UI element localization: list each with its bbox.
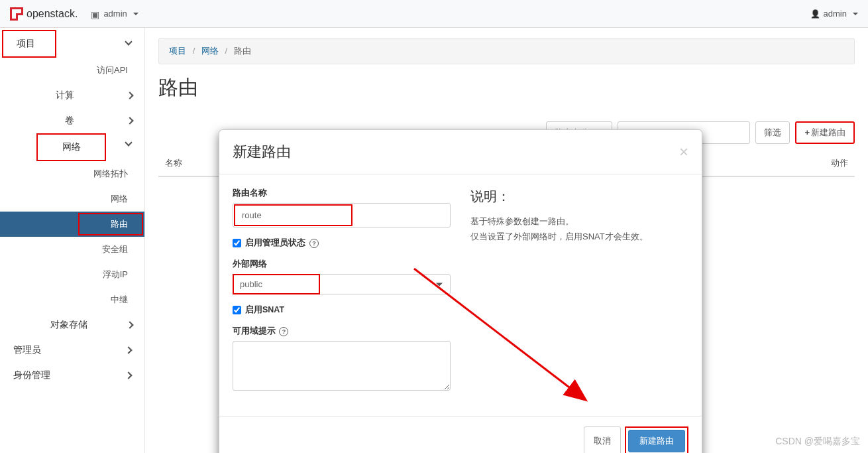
cubes-icon xyxy=(91,9,100,19)
chevron-right-icon xyxy=(125,371,132,379)
sidebar-label: 对象存储 xyxy=(50,319,87,331)
create-router-button[interactable]: +新建路由 xyxy=(795,121,855,144)
create-router-modal: 新建路由 × 路由名称 启用管理员状态 外部网络 public xyxy=(219,129,702,453)
chevron-right-icon xyxy=(125,346,132,354)
project-selector[interactable]: admin xyxy=(91,9,138,19)
user-icon xyxy=(810,9,820,19)
breadcrumb: 项目 / 网络 / 路由 xyxy=(158,38,855,64)
modal-title: 新建路由 xyxy=(233,142,291,162)
watermark: CSDN @爱喝嘉多宝 xyxy=(775,436,860,448)
sidebar-item-floating-ips[interactable]: 浮动IP xyxy=(0,262,144,287)
help-icon[interactable] xyxy=(309,239,319,248)
external-network-select[interactable]: public xyxy=(233,274,451,294)
sidebar-label: 卷 xyxy=(65,115,74,127)
sidebar-item-identity[interactable]: 身份管理 xyxy=(0,363,144,388)
topbar: openstack. admin admin xyxy=(0,0,868,28)
router-name-input[interactable] xyxy=(234,204,353,226)
caret-down-icon xyxy=(133,13,138,15)
logo: openstack. xyxy=(10,7,78,21)
sidebar-label: 身份管理 xyxy=(13,369,50,381)
sidebar-label: 中继 xyxy=(111,294,128,306)
modal-desc-line: 仅当设置了外部网络时，启用SNAT才会生效。 xyxy=(470,229,688,244)
sidebar-label: 浮动IP xyxy=(103,269,128,281)
cancel-button[interactable]: 取消 xyxy=(584,426,621,453)
chevron-right-icon xyxy=(126,92,133,99)
plus-icon: + xyxy=(804,127,810,137)
logo-text: openstack. xyxy=(27,8,78,20)
sidebar-label: 网络拓扑 xyxy=(93,168,128,180)
sidebar-item-project[interactable]: 项目 xyxy=(2,30,56,58)
filter-button[interactable]: 筛选 xyxy=(755,121,790,144)
modal-desc-line: 基于特殊参数创建一路由。 xyxy=(470,214,688,229)
page-title: 路由 xyxy=(158,74,855,101)
sidebar-item-volumes[interactable]: 卷 xyxy=(0,108,144,133)
router-name-label: 路由名称 xyxy=(233,188,451,199)
sidebar-label: 访问API xyxy=(97,64,128,76)
sidebar-label: 安全组 xyxy=(102,243,128,255)
sidebar-item-compute[interactable]: 计算 xyxy=(0,83,144,108)
sidebar-item-api-access[interactable]: 访问API xyxy=(0,58,144,83)
chevron-down-icon xyxy=(125,139,132,146)
snat-checkbox[interactable] xyxy=(233,306,241,314)
sidebar-label: 网络 xyxy=(62,141,81,153)
user-menu-label: admin xyxy=(824,9,847,19)
sidebar-item-network[interactable]: 网络 xyxy=(36,133,106,161)
modal-desc-title: 说明： xyxy=(470,188,688,206)
chevron-right-icon xyxy=(126,117,133,124)
close-icon[interactable]: × xyxy=(679,144,688,160)
chevron-down-icon xyxy=(125,38,132,45)
openstack-logo-icon xyxy=(10,7,23,21)
sidebar-item-trunks[interactable]: 中继 xyxy=(0,287,144,312)
caret-down-icon xyxy=(853,13,858,15)
admin-state-label: 启用管理员状态 xyxy=(245,237,305,249)
sidebar-item-admin[interactable]: 管理员 xyxy=(0,338,144,363)
sidebar-item-security-groups[interactable]: 安全组 xyxy=(0,237,144,262)
breadcrumb-current: 路由 xyxy=(234,46,251,56)
admin-state-checkbox[interactable] xyxy=(233,239,241,247)
create-button-label: 新建路由 xyxy=(811,127,845,137)
chevron-right-icon xyxy=(126,321,133,328)
sidebar: 项目 访问API 计算 卷 网络 网络拓扑 网络 路由 安全组 浮动IP 中继 … xyxy=(0,28,145,453)
sidebar-item-routers[interactable]: 路由 xyxy=(0,212,144,237)
sidebar-label: 管理员 xyxy=(13,344,41,356)
sidebar-item-network-topology[interactable]: 网络拓扑 xyxy=(0,161,144,186)
az-label: 可用域提示 xyxy=(233,326,451,337)
sidebar-item-object-store[interactable]: 对象存储 xyxy=(0,312,144,338)
sidebar-item-networks[interactable]: 网络 xyxy=(0,186,144,212)
sidebar-label: 计算 xyxy=(56,90,74,101)
breadcrumb-project[interactable]: 项目 xyxy=(169,46,186,56)
sidebar-label: 项目 xyxy=(17,38,35,50)
sidebar-label: 网络 xyxy=(111,193,128,205)
submit-button[interactable]: 新建路由 xyxy=(628,430,685,452)
project-selector-label: admin xyxy=(103,9,127,19)
user-menu[interactable]: admin xyxy=(810,9,858,19)
external-network-label: 外部网络 xyxy=(233,259,451,270)
help-icon[interactable] xyxy=(279,327,288,336)
az-textarea[interactable] xyxy=(233,341,451,391)
snat-label: 启用SNAT xyxy=(245,304,284,316)
breadcrumb-network[interactable]: 网络 xyxy=(201,46,219,56)
